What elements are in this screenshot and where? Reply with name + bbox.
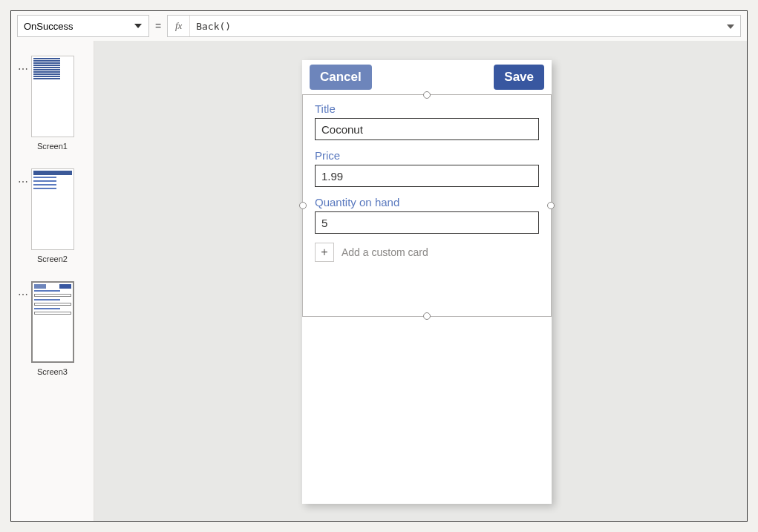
price-label: Price (315, 149, 539, 162)
property-selector[interactable]: OnSuccess (17, 15, 149, 37)
thumbnail-screen1[interactable]: ⋯ Screen1 (31, 56, 74, 151)
canvas[interactable]: Cancel Save Title Price (94, 41, 747, 521)
quantity-label: Quantity on hand (315, 196, 539, 208)
thumbnail-label: Screen2 (37, 254, 68, 263)
thumbnail-label: Screen1 (37, 142, 68, 151)
thumbnail-preview (31, 56, 74, 137)
app-frame: OnSuccess = fx ⋯ Screen1 ⋯ (10, 10, 748, 522)
save-button[interactable]: Save (494, 65, 544, 90)
title-label: Title (315, 102, 539, 115)
price-input[interactable] (315, 165, 539, 187)
plus-icon: + (315, 243, 334, 262)
thumbnail-preview (31, 168, 74, 250)
resize-handle-bottom[interactable] (423, 312, 431, 320)
thumbnail-label: Screen3 (37, 367, 68, 376)
thumbnail-screen3[interactable]: ⋯ Screen3 (31, 281, 74, 376)
phone-header: Cancel Save (302, 60, 552, 94)
more-icon[interactable]: ⋯ (18, 63, 27, 75)
phone-preview: Cancel Save Title Price (302, 60, 552, 504)
cancel-button[interactable]: Cancel (310, 65, 372, 90)
more-icon[interactable]: ⋯ (18, 289, 27, 301)
add-card-label: Add a custom card (342, 246, 428, 258)
formula-input[interactable] (190, 21, 740, 32)
equals-sign: = (155, 20, 161, 32)
thumbnail-screen2[interactable]: ⋯ Screen2 (31, 168, 74, 263)
more-icon[interactable]: ⋯ (18, 176, 27, 188)
formula-box: fx (167, 15, 741, 37)
resize-handle-right[interactable] (547, 202, 555, 209)
property-selector-wrap: OnSuccess (17, 15, 149, 37)
chevron-down-icon[interactable] (727, 24, 734, 29)
title-input[interactable] (315, 118, 539, 140)
resize-handle-top[interactable] (423, 91, 431, 99)
workspace: ⋯ Screen1 ⋯ Screen2 ⋯ (11, 41, 747, 521)
edit-form[interactable]: Title Price Quantity on hand + (302, 94, 552, 317)
thumbnail-preview-selected (31, 281, 74, 363)
formula-bar: OnSuccess = fx (11, 11, 747, 41)
field-title: Title (315, 102, 539, 140)
fx-icon: fx (168, 16, 190, 36)
screen-thumbnails: ⋯ Screen1 ⋯ Screen2 ⋯ (11, 41, 94, 521)
add-custom-card[interactable]: + Add a custom card (315, 243, 539, 262)
field-quantity: Quantity on hand (315, 196, 539, 234)
field-price: Price (315, 149, 539, 187)
quantity-input[interactable] (315, 211, 539, 234)
resize-handle-left[interactable] (299, 202, 307, 209)
form-inner: Title Price Quantity on hand + (303, 95, 551, 269)
